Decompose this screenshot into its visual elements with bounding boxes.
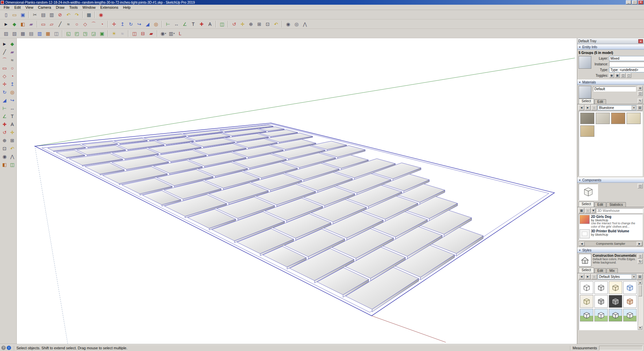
tab-edit[interactable]: Edit [594,202,606,207]
line-button[interactable]: ╱ [56,20,64,28]
pie-button[interactable]: ◔ [98,20,106,28]
offset-button[interactable]: ◎ [152,20,160,28]
back-arrow-icon[interactable]: ◄ [579,105,584,110]
tray-close-icon[interactable]: ✕ [638,39,643,43]
info-icon[interactable]: i [7,346,11,350]
undo-button[interactable]: ↶ [64,11,72,18]
component-result[interactable]: 2D Girls Dogby SketchUpUse the Interact … [580,215,642,228]
document-icon[interactable]: ▯ [638,254,643,258]
material-swatch-4[interactable] [580,125,594,137]
zoom-window-button[interactable]: ⊞ [255,20,263,28]
forward-arrow-icon[interactable]: ► [585,274,591,279]
create-material-icon[interactable]: ⊕ [638,86,643,91]
zoom-button[interactable]: ⊕ [1,137,8,144]
section-plane-button[interactable]: ◫ [9,161,16,168]
copy-button[interactable]: ▤ [39,11,47,18]
tab-edit[interactable]: Edit [594,268,606,273]
material-swatch-2[interactable] [611,113,625,124]
menu-window[interactable]: Window [80,5,98,10]
close-button[interactable]: ✕ [638,0,643,4]
polygon-button[interactable]: ◇ [1,72,8,79]
back-arrow-icon[interactable]: ◄ [579,274,584,279]
style-tile-5[interactable] [594,295,608,308]
section-cut-button[interactable]: ⊟ [139,30,147,37]
rectangle-button[interactable]: ▭ [39,20,47,28]
section-components[interactable]: ▼ Components [577,177,644,183]
look-around-button[interactable]: ◎ [292,20,301,28]
style-tile-6[interactable] [609,295,622,308]
measurements-field[interactable] [599,346,643,350]
paste-button[interactable]: ▥ [48,11,56,18]
layer-combobox[interactable]: Mixed ▼ [609,56,644,61]
make-component-button[interactable]: ◆ [10,20,18,28]
pie-button[interactable]: ◔ [9,72,16,79]
model-info-button[interactable]: ◉ [97,11,105,18]
maximize-button[interactable]: □ [632,0,637,4]
arc-button[interactable]: ⌒ [1,56,8,63]
menu-camera[interactable]: Camera [36,5,53,10]
erase-button[interactable]: ⊘ [56,11,64,18]
back-view-button[interactable]: ▣ [98,30,106,37]
camera-button[interactable]: ◉▾ [159,30,167,37]
menu-view[interactable]: View [23,5,36,10]
styles-scrollbar[interactable]: ▲ ▼ [638,280,642,330]
help-icon[interactable]: ? [1,346,6,350]
tab-statistics[interactable]: Statistics [606,202,626,207]
in-model-home-icon[interactable]: ⌂ [591,105,597,110]
style-tile-9[interactable] [594,309,608,321]
tab-select[interactable]: Select [579,99,594,104]
shadows-button[interactable]: ☀ [110,30,118,37]
wireframe-button[interactable]: ▩ [19,30,27,37]
toggle-icon-2[interactable]: ◫ [621,73,626,78]
material-swatch-0[interactable] [580,113,594,124]
follow-me-button[interactable]: ↪ [9,97,16,104]
save-button[interactable]: ▣ [19,11,27,18]
paint-bucket-button[interactable]: ◧ [1,161,8,168]
new-button[interactable]: ▯ [2,11,10,18]
tab-select[interactable]: Select [579,268,594,273]
pan-button[interactable]: ✛ [238,20,247,28]
push-pull-button[interactable]: ↥ [9,80,16,87]
text-button[interactable]: T [189,20,197,28]
select-button[interactable]: ► [1,40,8,47]
tape-measure-button[interactable]: ⊢ [1,105,8,112]
line-button[interactable]: ╱ [1,48,8,55]
menu-tools[interactable]: Tools [67,5,80,10]
tab-mix[interactable]: Mix [606,268,618,273]
style-tile-0[interactable] [580,281,593,294]
scale-button[interactable]: ◢ [144,20,152,28]
menu-file[interactable]: File [1,5,12,10]
material-swatch-1[interactable] [596,113,610,124]
rotate-button[interactable]: ↻ [1,89,8,96]
shaded-textures-button[interactable]: ▦ [44,30,52,37]
hidden-line-button[interactable]: ▤ [27,30,35,37]
materials-collection-combobox[interactable]: Bluestone ▼ [598,105,636,110]
in-model-home-icon[interactable]: ⌂ [591,274,597,279]
style-tile-1[interactable] [594,281,608,294]
details-menu-icon[interactable]: ▤ [637,274,643,279]
style-tile-8[interactable] [580,309,593,321]
redo-button[interactable]: ↷ [73,11,81,18]
zoom-extents-button[interactable]: ⊡ [1,145,8,152]
rectangle-button[interactable]: ▭ [1,64,8,71]
section-entity-info[interactable]: ▼ Entity Info [577,44,644,50]
minimize-button[interactable]: _ [626,0,631,4]
select-button[interactable]: ► [2,20,10,28]
monochrome-button[interactable]: ◫ [52,30,60,37]
material-name-field[interactable]: Default [593,86,636,92]
print-button[interactable]: ▦ [85,11,93,18]
eraser-button[interactable]: ▰ [27,20,35,28]
material-display-icon[interactable]: ◫ [638,91,643,96]
back-edges-button[interactable]: ▧ [10,30,18,37]
rotate-button[interactable]: ↻ [127,20,135,28]
walk-button[interactable]: ⋀ [301,20,309,28]
rotated-rectangle-button[interactable]: ▱ [48,20,56,28]
style-tile-2[interactable] [609,281,622,294]
freehand-button[interactable]: ≈ [9,56,16,63]
scroll-up-icon[interactable]: ▲ [638,280,642,285]
eraser-button[interactable]: ▰ [9,48,16,55]
zoom-extents-button[interactable]: ⊡ [264,20,272,28]
iso-view-button[interactable]: ◱ [64,30,72,37]
section-display-button[interactable]: ◫ [130,30,139,37]
3d-text-button[interactable]: A [9,121,16,128]
